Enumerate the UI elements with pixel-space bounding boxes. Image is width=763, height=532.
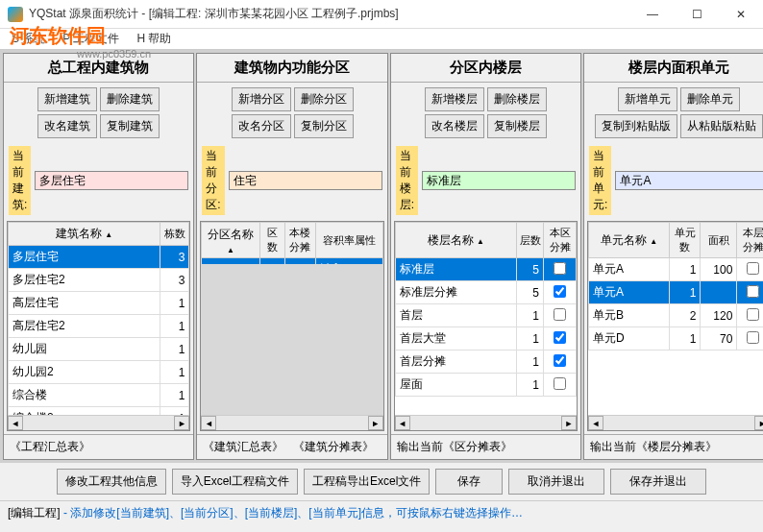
titlebar: YQStat 源泉面积统计 - [编辑工程: 深圳市某某花园小区 工程例子.pr… [0, 0, 763, 29]
col-unit-name[interactable]: 单元名称 ▲ [589, 223, 670, 258]
copy-zone-button[interactable]: 复制分区 [294, 114, 354, 138]
status-label: [编辑工程] [8, 506, 61, 520]
checkbox[interactable] [747, 262, 759, 275]
col-floor-share[interactable]: 本区分摊 [544, 223, 577, 258]
current-floor-label: 当前楼层: [396, 146, 418, 215]
edit-project-info-button[interactable]: 修改工程其他信息 [57, 469, 166, 495]
checkbox[interactable] [747, 285, 759, 298]
menubar: S 系统 P 工程文件 H 帮助 [0, 29, 763, 50]
copy-building-button[interactable]: 复制建筑 [100, 114, 160, 138]
checkbox[interactable] [554, 285, 566, 298]
table-row[interactable]: 高层住宅1 [9, 292, 189, 315]
checkbox[interactable] [747, 331, 759, 344]
app-icon [8, 7, 23, 22]
scrollbar[interactable]: ◄► [8, 415, 189, 430]
table-row[interactable]: 单元B2120 [589, 304, 763, 327]
delete-unit-button[interactable]: 删除单元 [680, 87, 740, 111]
panel-zones-title: 建筑物内功能分区 [197, 54, 386, 83]
table-row[interactable]: 屋面1 [395, 374, 576, 397]
delete-building-button[interactable]: 删除建筑 [100, 87, 160, 111]
menu-system[interactable]: S 系统 [12, 31, 45, 47]
panel-buildings-title: 总工程内建筑物 [4, 54, 193, 83]
table-row[interactable]: 标准层分摊5 [395, 281, 576, 304]
main-area: 总工程内建筑物 新增建筑 删除建筑 改名建筑 复制建筑 当前建筑: 建筑名称 ▲… [0, 50, 763, 463]
table-row[interactable]: 多层住宅3 [9, 246, 189, 269]
floors-footer[interactable]: 输出当前《区分摊表》 [391, 434, 580, 459]
col-building-name[interactable]: 建筑名称 ▲ [9, 223, 160, 246]
zones-table[interactable]: 分区名称 ▲ 区数 本楼分摊 容积率属性 住宅1计入容…▾ ◄► [200, 221, 383, 431]
minimize-button[interactable]: — [630, 0, 675, 29]
current-unit-input[interactable] [615, 171, 763, 190]
menu-help[interactable]: H 帮助 [136, 31, 171, 47]
maximize-button[interactable]: ☐ [675, 0, 719, 29]
col-zone-count[interactable]: 区数 [259, 223, 284, 258]
buildings-table[interactable]: 建筑名称 ▲ 栋数 多层住宅3多层住宅23高层住宅1高层住宅21幼儿园1幼儿园2… [7, 221, 190, 431]
footer-building-share[interactable]: 《建筑分摊表》 [293, 440, 374, 453]
footer-building-summary[interactable]: 《建筑汇总表》 [203, 440, 283, 453]
statusbar: [编辑工程] - 添加修改[当前建筑]、[当前分区]、[当前楼层]、[当前单元]… [0, 500, 763, 525]
col-floor-name[interactable]: 楼层名称 ▲ [395, 223, 516, 258]
add-unit-button[interactable]: 新增单元 [618, 87, 677, 111]
checkbox[interactable] [747, 308, 759, 321]
table-row[interactable]: 首层分摊1 [395, 351, 576, 374]
checkbox[interactable] [554, 354, 566, 367]
save-exit-button[interactable]: 保存并退出 [610, 469, 706, 495]
current-building-input[interactable] [35, 171, 188, 190]
scrollbar[interactable]: ◄► [588, 415, 763, 430]
export-excel-button[interactable]: 工程稿导出Excel文件 [304, 469, 430, 495]
scrollbar[interactable]: ◄► [201, 415, 382, 430]
table-row[interactable]: 标准层5 [395, 258, 576, 281]
col-floor-count[interactable]: 层数 [517, 223, 544, 258]
panel-units-title: 楼层内面积单元 [584, 54, 763, 83]
units-table[interactable]: 单元名称 ▲ 单元数 面积 本层分摊 单元A1100单元A1单元B2120单元D… [587, 221, 763, 431]
cancel-exit-button[interactable]: 取消并退出 [508, 469, 604, 495]
rename-floor-button[interactable]: 改名楼层 [425, 114, 484, 138]
col-unit-count[interactable]: 单元数 [670, 223, 701, 258]
col-unit-share[interactable]: 本层分摊 [737, 223, 763, 258]
table-row[interactable]: 综合楼1 [9, 384, 189, 407]
checkbox[interactable] [554, 377, 566, 390]
close-button[interactable]: ✕ [719, 0, 763, 29]
panel-zones: 建筑物内功能分区 新增分区 删除分区 改名分区 复制分区 当前分区: 分区名称 … [196, 53, 387, 460]
current-building-label: 当前建筑: [9, 146, 31, 215]
buildings-footer[interactable]: 《工程汇总表》 [4, 434, 193, 459]
floors-table[interactable]: 楼层名称 ▲ 层数 本区分摊 标准层5标准层分摊5首层1首层大堂1首层分摊1屋面… [394, 221, 578, 431]
checkbox[interactable] [554, 262, 566, 275]
delete-zone-button[interactable]: 删除分区 [294, 87, 354, 111]
delete-floor-button[interactable]: 删除楼层 [487, 87, 547, 111]
table-row[interactable]: 首层大堂1 [395, 327, 576, 351]
table-row[interactable]: 首层1 [395, 304, 576, 327]
col-zone-far[interactable]: 容积率属性 [315, 223, 382, 258]
table-row[interactable]: 单元A1100 [589, 258, 763, 281]
menu-project[interactable]: P 工程文件 [62, 31, 119, 47]
col-building-count[interactable]: 栋数 [160, 223, 189, 246]
copy-clipboard-button[interactable]: 复制到粘贴版 [595, 114, 677, 138]
table-row[interactable]: 单元A1 [589, 281, 763, 304]
col-unit-area[interactable]: 面积 [701, 223, 737, 258]
checkbox[interactable] [554, 308, 566, 321]
bottom-toolbar: 修改工程其他信息 导入Excel工程稿文件 工程稿导出Excel文件 保存 取消… [0, 463, 763, 500]
table-row[interactable]: 幼儿园1 [9, 338, 189, 361]
rename-zone-button[interactable]: 改名分区 [232, 114, 291, 138]
current-zone-input[interactable] [229, 171, 382, 190]
copy-floor-button[interactable]: 复制楼层 [487, 114, 547, 138]
col-zone-share[interactable]: 本楼分摊 [284, 223, 315, 258]
col-zone-name[interactable]: 分区名称 ▲ [202, 223, 259, 258]
paste-clipboard-button[interactable]: 从粘贴版粘贴 [680, 114, 763, 138]
panel-floors-title: 分区内楼层 [391, 54, 580, 83]
add-zone-button[interactable]: 新增分区 [232, 87, 291, 111]
add-building-button[interactable]: 新增建筑 [37, 87, 97, 111]
current-floor-input[interactable] [422, 171, 576, 190]
table-row[interactable]: 多层住宅23 [9, 269, 189, 292]
units-footer[interactable]: 输出当前《楼层分摊表》 [584, 434, 763, 459]
import-excel-button[interactable]: 导入Excel工程稿文件 [172, 469, 298, 495]
table-row[interactable]: 高层住宅21 [9, 315, 189, 338]
scrollbar[interactable]: ◄► [395, 415, 577, 430]
save-button[interactable]: 保存 [435, 469, 503, 495]
table-row[interactable]: 幼儿园21 [9, 361, 189, 384]
checkbox[interactable] [554, 331, 566, 344]
window-title: YQStat 源泉面积统计 - [编辑工程: 深圳市某某花园小区 工程例子.pr… [29, 6, 399, 22]
rename-building-button[interactable]: 改名建筑 [37, 114, 97, 138]
table-row[interactable]: 单元D170 [589, 327, 763, 351]
add-floor-button[interactable]: 新增楼层 [425, 87, 484, 111]
